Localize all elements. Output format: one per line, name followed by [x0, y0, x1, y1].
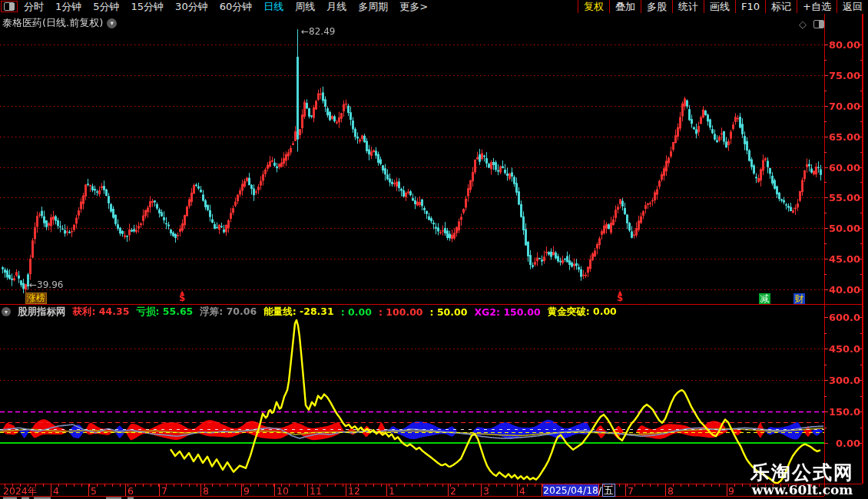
timeline-month-label: 6 — [128, 485, 134, 497]
chart-title: 泰格医药(日线.前复权) — [2, 16, 103, 30]
price-axis-label: 60.00 — [827, 162, 860, 173]
indicator-param: 能量线: -28.31 — [263, 306, 334, 319]
menu-item-返回[interactable]: 返回 — [837, 0, 868, 13]
watermark: 乐淘公式网 www.60lt.com — [750, 463, 854, 497]
timeline-month-label: 1 — [389, 485, 395, 497]
timeline-month-label: 2024年 — [3, 485, 37, 498]
indicator-param: XG2: 150.00 — [474, 306, 540, 318]
menu-item-30分钟[interactable]: 30分钟 — [175, 0, 208, 14]
menu-item-多周期[interactable]: 多周期 — [358, 0, 388, 14]
period-menu: 分时1分钟5分钟15分钟30分钟60分钟日线周线月线多周期更多> — [24, 0, 428, 13]
badge-涨榜[interactable]: 涨榜 — [25, 292, 47, 304]
price-axis-label: 70.00 — [827, 101, 860, 112]
timeline-month-label: 5 — [91, 485, 97, 497]
window-icon[interactable] — [813, 20, 824, 28]
timeline-month-label: 8 — [203, 485, 209, 497]
menu-item-统计[interactable]: 统计 — [672, 0, 704, 13]
menu-item-15分钟[interactable]: 15分钟 — [131, 0, 164, 14]
menu-item-周线[interactable]: 周线 — [295, 0, 315, 14]
timeline-month-label: 7 — [161, 485, 167, 497]
low-price-label: ←39.96 — [29, 279, 63, 290]
chart-canvas[interactable] — [0, 0, 868, 499]
menu-item-标记[interactable]: 标记 — [765, 0, 797, 13]
timeline-month-label: 11 — [310, 485, 322, 497]
indicator-name[interactable]: 股朋指标网 — [18, 306, 66, 319]
price-axis-label: 55.00 — [827, 192, 860, 203]
chevron-down-icon[interactable]: ▾ — [107, 18, 117, 28]
timeline-month-label: 4 — [519, 485, 525, 497]
timeline-month-label: 3 — [483, 485, 489, 497]
timeline-month-label: 12 — [348, 485, 360, 497]
indicator-axis-label: 0.00 — [827, 438, 860, 449]
layout-icon[interactable] — [1, 1, 18, 12]
collapse-icon[interactable]: ▾ — [2, 307, 11, 316]
chart-title-row: 泰格医药(日线.前复权) ▾ — [2, 16, 117, 30]
menu-item-多股[interactable]: 多股 — [641, 0, 672, 13]
signal-dollar-marker: ▲$ — [617, 291, 623, 301]
menu-item-1分钟[interactable]: 1分钟 — [55, 0, 81, 14]
watermark-url: www.60lt.com — [750, 483, 854, 497]
menu-item-月线[interactable]: 月线 — [326, 0, 346, 14]
timeline-selected-date: 2025/04/18/五 — [543, 484, 598, 496]
diamond-icon[interactable]: ◇ — [799, 18, 807, 30]
tools-menu: 复权叠加多股统计画线F10标记+自选返回 — [578, 0, 868, 13]
indicator-param: : 100.00 — [379, 306, 423, 318]
signal-dollar-marker: ▲$ — [179, 291, 185, 301]
indicator-axis-label: 150.0 — [827, 406, 860, 418]
menu-item-+自选[interactable]: +自选 — [797, 0, 837, 13]
menu-item-画线[interactable]: 画线 — [704, 0, 735, 13]
timeline-month-label: 9 — [728, 485, 734, 497]
price-axis-label: 50.00 — [827, 223, 860, 234]
badge-减[interactable]: 减 — [759, 293, 770, 304]
menu-item-F10[interactable]: F10 — [735, 0, 765, 13]
price-axis-label: 45.00 — [827, 253, 860, 265]
indicator-param: : 50.00 — [430, 306, 468, 318]
chart-corner-icons: ◇ — [799, 18, 824, 30]
timeline-month-label: 9 — [244, 485, 250, 497]
indicator-param: : 0.00 — [341, 306, 372, 318]
high-price-label: ←82.49 — [301, 26, 335, 37]
timeline-month-label: 8 — [668, 485, 674, 497]
menu-item-日线[interactable]: 日线 — [263, 0, 283, 14]
indicator-header: ▾ 股朋指标网获利: 44.35亏损: 55.65浮筹: 70.06能量线: -… — [2, 306, 617, 317]
price-axis-label: 75.00 — [827, 70, 860, 81]
timeline-month-label: 2 — [450, 485, 456, 497]
timeline-month-label: 4 — [53, 485, 59, 497]
menu-item-分时[interactable]: 分时 — [24, 0, 44, 14]
menu-item-更多>[interactable]: 更多> — [399, 0, 428, 14]
indicator-param: 获利: 44.35 — [73, 306, 130, 319]
menu-item-叠加[interactable]: 叠加 — [609, 0, 641, 13]
indicator-axis-label: 450.0 — [827, 343, 860, 355]
watermark-site-name: 乐淘公式网 — [750, 463, 854, 483]
indicator-axis-label: 300.0 — [827, 375, 860, 386]
menu-item-5分钟[interactable]: 5分钟 — [93, 0, 119, 14]
menu-item-60分钟[interactable]: 60分钟 — [220, 0, 253, 14]
timeline-month-label: 10 — [277, 485, 289, 497]
price-axis-label: 40.00 — [827, 284, 860, 296]
badge-财[interactable]: 财 — [793, 293, 805, 304]
price-axis-label: 65.00 — [827, 131, 860, 143]
indicator-axis-label: 600.0 — [827, 312, 860, 323]
indicator-param: 亏损: 55.65 — [136, 306, 193, 319]
indicator-param: 浮筹: 70.06 — [200, 306, 257, 319]
app-window: 分时1分钟5分钟15分钟30分钟60分钟日线周线月线多周期更多> 复权叠加多股统… — [0, 0, 868, 499]
price-axis-label: 80.00 — [827, 39, 860, 51]
menu-item-复权[interactable]: 复权 — [578, 0, 609, 13]
timeline-month-label: 7 — [628, 485, 634, 497]
top-menu-bar: 分时1分钟5分钟15分钟30分钟60分钟日线周线月线多周期更多> 复权叠加多股统… — [0, 0, 868, 14]
indicator-param: 黄金突破: 0.00 — [548, 306, 617, 319]
